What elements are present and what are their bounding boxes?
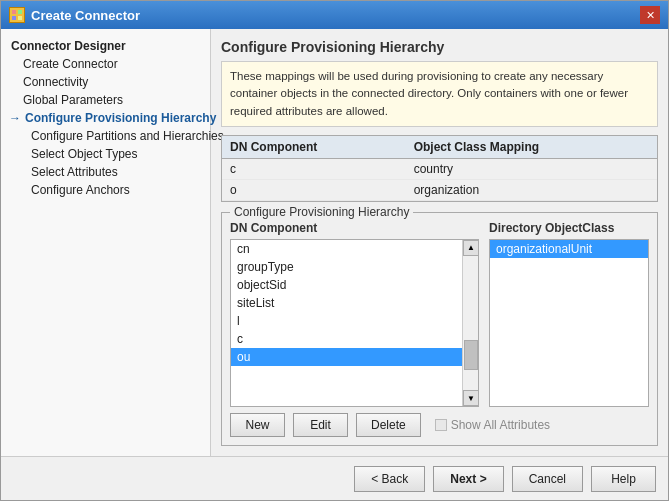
- back-button[interactable]: < Back: [354, 466, 425, 492]
- object-class-list: organizationalUnit: [489, 239, 649, 407]
- sidebar-item-configure-provisioning[interactable]: → Configure Provisioning Hierarchy: [1, 109, 210, 127]
- table-row[interactable]: c country: [222, 158, 657, 179]
- close-button[interactable]: ✕: [640, 6, 660, 24]
- dn-list: cn groupType objectSid siteList l c ou: [231, 240, 478, 406]
- list-item[interactable]: siteList: [231, 294, 462, 312]
- svg-rect-1: [18, 10, 22, 14]
- edit-button[interactable]: Edit: [293, 413, 348, 437]
- sidebar: Connector Designer Create Connector Conn…: [1, 29, 211, 456]
- cancel-button[interactable]: Cancel: [512, 466, 583, 492]
- list-item[interactable]: c: [231, 330, 462, 348]
- row2-dn: o: [222, 179, 406, 200]
- app-icon: [9, 7, 25, 23]
- sidebar-item-connectivity[interactable]: Connectivity: [1, 73, 210, 91]
- sidebar-item-create-connector[interactable]: Create Connector: [1, 55, 210, 73]
- sidebar-item-select-attributes[interactable]: Select Attributes: [1, 163, 210, 181]
- configure-inner: DN Component cn groupType objectSid site…: [230, 221, 649, 407]
- configure-group-legend: Configure Provisioning Hierarchy: [230, 205, 413, 219]
- list-item[interactable]: objectSid: [231, 276, 462, 294]
- main-header: Configure Provisioning Hierarchy: [221, 39, 658, 55]
- col-dn: DN Component: [222, 136, 406, 159]
- scrollbar[interactable]: ▲ ▼: [462, 240, 478, 406]
- sidebar-item-global-parameters[interactable]: Global Parameters: [1, 91, 210, 109]
- content-area: Connector Designer Create Connector Conn…: [1, 29, 668, 456]
- next-button[interactable]: Next >: [433, 466, 503, 492]
- delete-button[interactable]: Delete: [356, 413, 421, 437]
- scroll-up-button[interactable]: ▲: [463, 240, 479, 256]
- top-table: DN Component Object Class Mapping c coun…: [222, 136, 657, 201]
- main-panel: Configure Provisioning Hierarchy These m…: [211, 29, 668, 456]
- list-item[interactable]: l: [231, 312, 462, 330]
- show-all-label: Show All Attributes: [435, 418, 550, 432]
- sidebar-item-configure-anchors[interactable]: Configure Anchors: [1, 181, 210, 199]
- svg-rect-3: [18, 16, 22, 20]
- current-arrow-icon: →: [9, 111, 21, 125]
- object-class-label: Directory ObjectClass: [489, 221, 649, 235]
- dn-list-box: cn groupType objectSid siteList l c ou ▲: [230, 239, 479, 407]
- object-class-column: Directory ObjectClass organizationalUnit: [489, 221, 649, 407]
- sidebar-header: Connector Designer: [1, 37, 210, 55]
- title-bar-left: Create Connector: [9, 7, 140, 23]
- row2-mapping: organization: [406, 179, 657, 200]
- svg-rect-2: [12, 16, 16, 20]
- scroll-down-button[interactable]: ▼: [463, 390, 479, 406]
- svg-rect-0: [12, 10, 16, 14]
- sidebar-item-configure-partitions[interactable]: Configure Partitions and Hierarchies: [1, 127, 210, 145]
- row1-mapping: country: [406, 158, 657, 179]
- configure-group: Configure Provisioning Hierarchy DN Comp…: [221, 212, 658, 446]
- list-item[interactable]: cn: [231, 240, 462, 258]
- main-window: Create Connector ✕ Connector Designer Cr…: [0, 0, 669, 501]
- dn-label: DN Component: [230, 221, 479, 235]
- scrollbar-thumb[interactable]: [464, 340, 478, 370]
- col-mapping: Object Class Mapping: [406, 136, 657, 159]
- show-all-checkbox[interactable]: [435, 419, 447, 431]
- title-bar: Create Connector ✕: [1, 1, 668, 29]
- window-title: Create Connector: [31, 8, 140, 23]
- buttons-row: New Edit Delete Show All Attributes: [230, 413, 649, 437]
- list-item[interactable]: groupType: [231, 258, 462, 276]
- new-button[interactable]: New: [230, 413, 285, 437]
- table-row[interactable]: o organization: [222, 179, 657, 200]
- description-box: These mappings will be used during provi…: [221, 61, 658, 127]
- footer: < Back Next > Cancel Help: [1, 456, 668, 500]
- top-table-group: DN Component Object Class Mapping c coun…: [221, 135, 658, 202]
- row1-dn: c: [222, 158, 406, 179]
- dn-column: DN Component cn groupType objectSid site…: [230, 221, 479, 407]
- object-class-item-selected[interactable]: organizationalUnit: [490, 240, 648, 258]
- list-item-selected[interactable]: ou: [231, 348, 462, 366]
- sidebar-item-select-object-types[interactable]: Select Object Types: [1, 145, 210, 163]
- help-button[interactable]: Help: [591, 466, 656, 492]
